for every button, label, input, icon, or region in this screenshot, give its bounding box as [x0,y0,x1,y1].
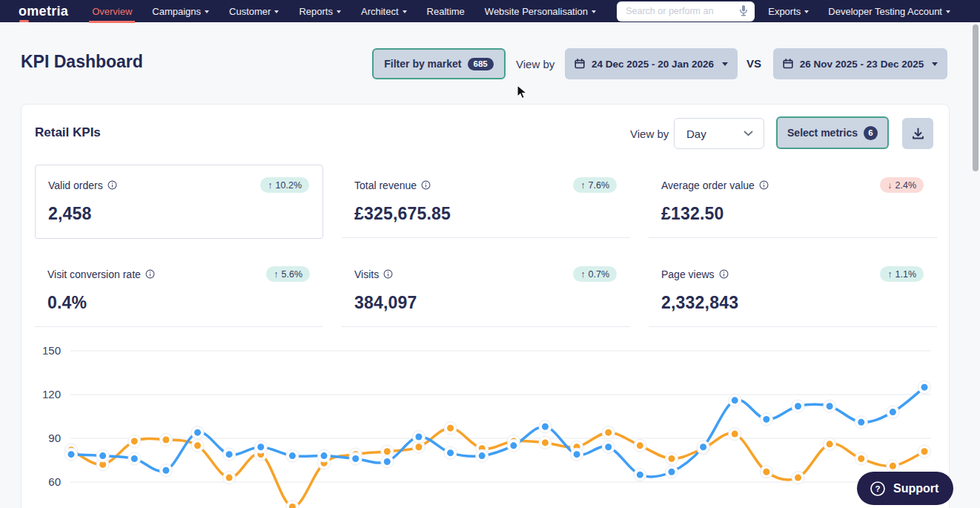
kpi-value: 2,458 [48,204,309,224]
nav-label: Website Personalisation [485,6,588,17]
filter-by-market-label: Filter by market [384,58,461,70]
kpi-label: Page views [661,268,715,280]
svg-text:?: ? [875,484,880,493]
kpi-change-badge: ↑ 1.1% [880,266,924,282]
info-icon[interactable] [759,180,769,190]
nav-item-architect[interactable]: Architect [361,0,407,22]
question-mark-icon: ? [869,480,887,498]
svg-text:120: 120 [42,388,61,400]
account-label: Developer Testing Account [828,6,942,17]
select-metrics-button[interactable]: Select metrics 6 [776,116,889,149]
kpi-card-visit-conversion-rate[interactable]: Visit conversion rate ↑ 5.6% 0.4% [35,254,323,327]
download-icon [911,127,925,141]
kpi-value: £325,675.85 [354,204,617,224]
chevron-down-icon [744,131,753,136]
caret-down-icon [946,10,950,13]
kpi-value: 0.4% [47,293,310,313]
info-icon[interactable] [719,269,729,279]
kpi-card-total-revenue[interactable]: Total revenue ↑ 7.6% £325,675.85 [342,165,630,238]
panel-view-by-label: View by [630,128,669,140]
change-arrow: ↑ [580,180,585,191]
calendar-icon [783,59,793,69]
support-label: Support [893,482,938,495]
kpi-card-visits[interactable]: Visits ↑ 0.7% 384,097 [342,254,630,327]
kpi-value: £132.50 [661,204,924,224]
svg-text:60: 60 [48,475,61,488]
nav-item-overview[interactable]: Overview [92,0,132,22]
change-arrow: ↓ [887,180,892,191]
top-navigation-bar: ometria Overview Campaigns Customer Repo… [0,0,980,22]
account-menu[interactable]: Developer Testing Account [828,6,950,17]
scrollbar-thumb[interactable] [973,24,979,171]
change-value: 10.2% [276,180,302,191]
change-arrow: ↑ [268,180,272,191]
caret-down-icon [205,10,209,13]
kpi-card-page-views[interactable]: Page views ↑ 1.1% 2,332,843 [649,254,937,327]
kpi-change-badge: ↑ 0.7% [573,266,617,282]
caret-down-icon [804,10,809,13]
info-icon[interactable] [107,180,117,190]
change-value: 2.4% [895,180,917,191]
nav-item-realtime[interactable]: Realtime [427,0,465,22]
panel-title: Retail KPIs [35,125,101,140]
nav-item-website-personalisation[interactable]: Website Personalisation [485,0,596,22]
nav-label: Exports [768,6,801,17]
kpi-card-average-order-value[interactable]: Average order value ↓ 2.4% £132.50 [649,165,937,238]
change-value: 0.7% [589,269,610,280]
kpi-change-badge: ↑ 5.6% [266,266,310,282]
ometria-logo[interactable]: ometria [19,4,68,19]
search-input[interactable] [626,6,738,16]
primary-date-range-picker[interactable]: 24 Dec 2025 - 20 Jan 2026 [565,48,738,79]
vs-label: VS [746,57,761,70]
nav-label: Reports [299,6,333,17]
change-value: 5.6% [282,269,303,280]
info-icon[interactable] [421,180,431,190]
support-button[interactable]: ? Support [857,472,953,505]
select-metrics-label: Select metrics [787,127,858,139]
nav-item-exports[interactable]: Exports [768,6,809,17]
filter-by-market-button[interactable]: Filter by market 685 [372,48,506,79]
nav-item-customer[interactable]: Customer [229,0,279,22]
info-icon[interactable] [145,269,155,279]
kpi-change-badge: ↑ 7.6% [573,177,617,193]
caret-down-icon [722,62,728,66]
view-by-label: View by [516,58,554,70]
kpi-label: Visit conversion rate [47,268,141,280]
scrollbar-track [970,22,980,508]
caret-down-icon [403,10,407,13]
market-count-badge: 685 [468,58,494,70]
caret-down-icon [932,62,938,66]
nav-items: Overview Campaigns Customer Reports Arch… [92,0,596,22]
change-arrow: ↑ [887,269,892,280]
info-icon[interactable] [383,269,393,279]
nav-label: Overview [92,6,132,17]
caret-down-icon [592,10,596,13]
caret-down-icon [274,10,279,13]
change-value: 7.6% [589,180,610,191]
kpi-line-chart[interactable]: 1501209060 [0,334,980,508]
nav-right-items: Exports Developer Testing Account [768,6,950,17]
nav-label: Customer [229,6,271,17]
svg-text:150: 150 [42,344,61,357]
kpi-label: Valid orders [48,179,103,191]
kpi-label: Average order value [661,179,755,191]
kpi-value: 2,332,843 [661,293,924,313]
nav-label: Architect [361,6,399,17]
microphone-icon[interactable] [738,4,749,18]
download-button[interactable] [902,118,933,149]
granularity-select[interactable]: Day [674,118,764,149]
change-value: 1.1% [895,269,917,280]
kpi-value: 384,097 [354,293,617,313]
comparison-date-range-value: 26 Nov 2025 - 23 Dec 2025 [800,59,924,70]
primary-date-range-value: 24 Dec 2025 - 20 Jan 2026 [592,59,714,70]
nav-item-reports[interactable]: Reports [299,0,341,22]
page-title: KPI Dashboard [21,52,143,72]
granularity-value: Day [686,128,706,140]
kpi-change-badge: ↑ 10.2% [260,177,309,193]
nav-item-campaigns[interactable]: Campaigns [152,0,209,22]
mouse-cursor [517,85,529,104]
nav-label: Realtime [427,6,465,17]
kpi-card-valid-orders[interactable]: Valid orders ↑ 10.2% 2,458 [35,165,323,239]
svg-text:90: 90 [48,432,61,444]
comparison-date-range-picker[interactable]: 26 Nov 2025 - 23 Dec 2025 [773,48,947,79]
